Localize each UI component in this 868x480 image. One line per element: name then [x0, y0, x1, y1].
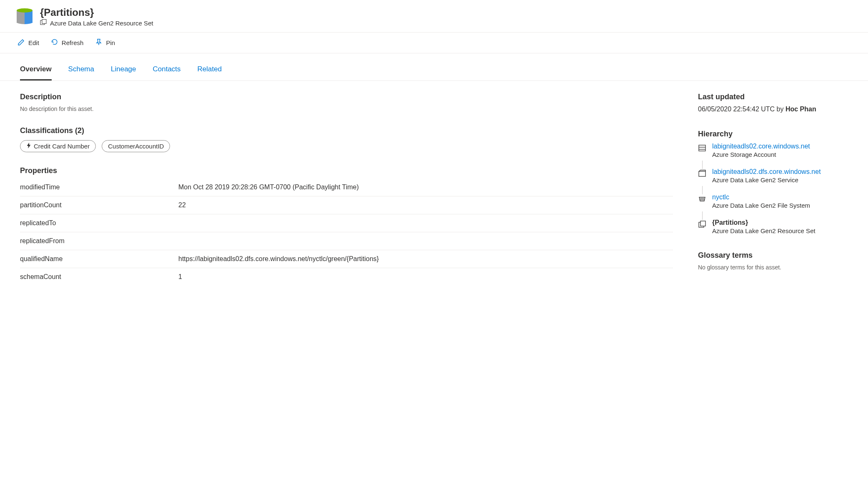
property-row: qualifiedName https://labigniteadls02.df…: [20, 250, 673, 268]
tab-contacts[interactable]: Contacts: [153, 63, 181, 80]
hierarchy-connector: [698, 211, 706, 220]
tab-lineage[interactable]: Lineage: [111, 63, 136, 80]
resource-set-icon: [40, 19, 47, 27]
edit-button[interactable]: Edit: [17, 37, 40, 49]
property-row: schemaCount 1: [20, 268, 673, 286]
description-section: Description No description for this asse…: [20, 93, 673, 112]
refresh-label: Refresh: [62, 39, 84, 46]
hierarchy-item: labigniteadls02.core.windows.net Azure S…: [698, 143, 848, 158]
asset-subtitle: Azure Data Lake Gen2 Resource Set: [50, 20, 153, 27]
pin-label: Pin: [106, 39, 115, 46]
tab-bar: Overview Schema Lineage Contacts Related: [0, 53, 868, 81]
property-key: qualifiedName: [20, 255, 178, 263]
hierarchy-item: labigniteadls02.dfs.core.windows.net Azu…: [698, 168, 848, 183]
refresh-button[interactable]: Refresh: [50, 37, 85, 49]
glossary-heading: Glossary terms: [698, 251, 848, 260]
hierarchy-link[interactable]: labigniteadls02.dfs.core.windows.net: [712, 168, 821, 176]
last-updated-value: 06/05/2020 22:54:42 UTC by Hoc Phan: [698, 106, 848, 113]
hierarchy-item: nyctlc Azure Data Lake Gen2 File System: [698, 194, 848, 209]
property-row: partitionCount 22: [20, 196, 673, 214]
last-updated-timestamp: 06/05/2020 22:54:42 UTC by: [698, 106, 785, 113]
pin-icon: [95, 38, 103, 47]
hierarchy-connector: [698, 161, 706, 169]
hierarchy-type: Azure Data Lake Gen2 Resource Set: [712, 227, 815, 234]
svg-rect-9: [700, 221, 705, 226]
svg-rect-2: [699, 145, 705, 151]
classification-chip-label: CustomerAccountID: [108, 143, 164, 150]
storage-account-icon: [698, 144, 706, 152]
property-row: replicatedFrom: [20, 232, 673, 250]
toolbar: Edit Refresh Pin: [0, 33, 868, 53]
properties-heading: Properties: [20, 166, 673, 175]
tab-overview[interactable]: Overview: [20, 63, 52, 80]
filesystem-icon: [698, 195, 706, 203]
property-row: modifiedTime Mon Oct 28 2019 20:28:26 GM…: [20, 178, 673, 196]
hierarchy-item: {Partitions} Azure Data Lake Gen2 Resour…: [698, 219, 848, 234]
hierarchy-link[interactable]: labigniteadls02.core.windows.net: [712, 143, 810, 150]
classifications-section: Classifications (2) Credit Card Number C…: [20, 126, 673, 152]
hierarchy-section: Hierarchy labigniteadls02.core.windows.n…: [698, 130, 848, 234]
resource-set-icon: [698, 220, 706, 229]
hierarchy-type: Azure Data Lake Gen2 File System: [712, 202, 810, 209]
lightning-icon: [26, 143, 31, 150]
hierarchy-heading: Hierarchy: [698, 130, 848, 138]
page-title: {Partitions}: [40, 7, 153, 18]
last-updated-heading: Last updated: [698, 93, 848, 101]
property-value: 22: [178, 201, 186, 209]
glossary-empty-text: No glossary terms for this asset.: [698, 264, 848, 271]
hierarchy-connector: [698, 186, 706, 194]
property-value: Mon Oct 28 2019 20:28:26 GMT-0700 (Pacif…: [178, 183, 359, 191]
service-icon: [698, 169, 706, 178]
hierarchy-current: {Partitions}: [712, 219, 815, 226]
property-key: partitionCount: [20, 201, 178, 209]
property-value: 1: [178, 273, 182, 281]
asset-header: {Partitions} Azure Data Lake Gen2 Resour…: [0, 0, 868, 33]
hierarchy-type: Azure Storage Account: [712, 151, 810, 158]
asset-type-icon: [17, 8, 33, 24]
pin-button[interactable]: Pin: [94, 37, 116, 49]
classifications-heading: Classifications (2): [20, 126, 673, 135]
pencil-icon: [18, 38, 25, 47]
description-heading: Description: [20, 93, 673, 101]
property-key: modifiedTime: [20, 183, 178, 191]
property-key: replicatedTo: [20, 219, 178, 227]
classification-chip[interactable]: CustomerAccountID: [102, 140, 170, 152]
svg-rect-1: [42, 20, 46, 24]
svg-rect-5: [699, 171, 705, 176]
hierarchy-link[interactable]: nyctlc: [712, 194, 810, 201]
glossary-section: Glossary terms No glossary terms for thi…: [698, 251, 848, 271]
last-updated-section: Last updated 06/05/2020 22:54:42 UTC by …: [698, 93, 848, 113]
refresh-icon: [51, 38, 58, 47]
properties-section: Properties modifiedTime Mon Oct 28 2019 …: [20, 166, 673, 286]
tab-related[interactable]: Related: [198, 63, 222, 80]
property-row: replicatedTo: [20, 214, 673, 232]
classification-chip[interactable]: Credit Card Number: [20, 140, 96, 152]
edit-label: Edit: [28, 39, 39, 46]
property-value: https://labigniteadls02.dfs.core.windows…: [178, 255, 379, 263]
property-key: schemaCount: [20, 273, 178, 281]
property-key: replicatedFrom: [20, 237, 178, 245]
classification-chip-label: Credit Card Number: [34, 143, 90, 150]
description-empty-text: No description for this asset.: [20, 106, 673, 112]
tab-schema[interactable]: Schema: [68, 63, 94, 80]
last-updated-author: Hoc Phan: [785, 106, 816, 113]
hierarchy-type: Azure Data Lake Gen2 Service: [712, 176, 821, 183]
